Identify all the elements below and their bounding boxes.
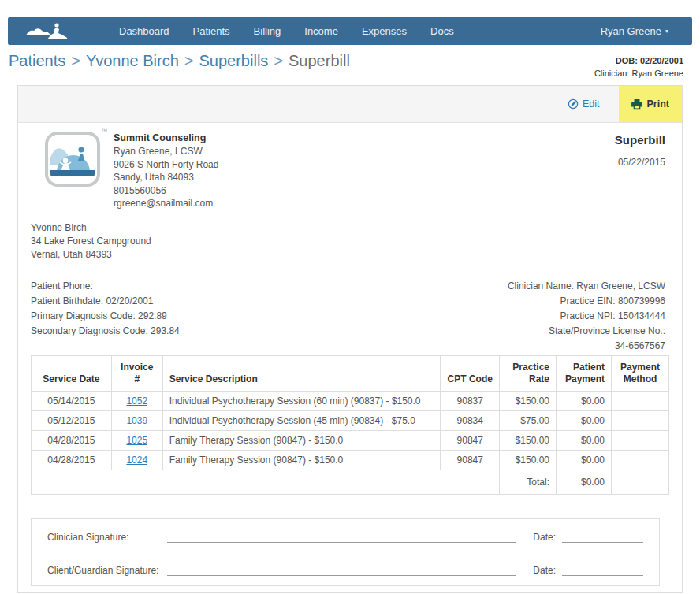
breadcrumb-row: Patients>Yvonne Birch>Superbills>Superbi… xyxy=(9,52,683,80)
breadcrumb-patients[interactable]: Patients xyxy=(9,52,65,69)
top-navbar: Dashboard Patients Billing Income Expens… xyxy=(8,17,692,45)
invoice-link[interactable]: 1025 xyxy=(126,435,147,446)
practice-clinician: Ryan Greene, LCSW xyxy=(114,145,218,158)
client-signature-line xyxy=(167,565,516,576)
client-signature-label: Client/Guardian Signature: xyxy=(47,565,167,576)
patient-summary: DOB: 02/20/2001 Clinician: Ryan Greene xyxy=(594,52,683,80)
col-cpt: CPT Code xyxy=(441,355,500,391)
total-label: Total: xyxy=(500,470,557,494)
col-payment-method: Payment Method xyxy=(612,355,669,391)
service-date: 05/12/2015 xyxy=(32,410,112,430)
client-date-line xyxy=(562,565,643,576)
main-nav: Dashboard Patients Billing Income Expens… xyxy=(107,17,466,45)
invoice-link[interactable]: 1039 xyxy=(126,415,147,426)
patient-address: Yvonne Birch 34 Lake Forest Campground V… xyxy=(31,221,669,262)
practice-rate: $150.00 xyxy=(500,391,557,410)
nav-income[interactable]: Income xyxy=(292,17,350,45)
print-button[interactable]: Print xyxy=(631,98,669,110)
breadcrumb: Patients>Yvonne Birch>Superbills>Superbi… xyxy=(9,52,350,80)
payment-method xyxy=(612,391,669,410)
practice-rate: $150.00 xyxy=(500,430,557,450)
table-header-row: Service Date Invoice # Service Descripti… xyxy=(32,355,669,391)
patient-payment: $0.00 xyxy=(557,410,612,430)
license-label: State/Province License No.: xyxy=(508,324,665,339)
patient-phone: Patient Phone: xyxy=(31,279,180,294)
practice-rate: $150.00 xyxy=(500,450,557,470)
breadcrumb-patient-name[interactable]: Yvonne Birch xyxy=(86,52,179,69)
panel-toolbar: Edit Print xyxy=(18,86,682,123)
document-title: Superbill xyxy=(615,133,665,147)
clinician-signature-label: Clinician Signature: xyxy=(47,532,167,543)
patient-payment: $0.00 xyxy=(557,450,612,470)
table-row: 05/12/2015 1039 Individual Psychotherapy… xyxy=(32,410,669,430)
user-name: Ryan Greene xyxy=(601,25,661,37)
breadcrumb-separator: > xyxy=(71,52,80,69)
clinician-name: Clinician Name: Ryan Greene, LCSW xyxy=(508,279,665,294)
signature-section: Clinician Signature: Date: Client/Guardi… xyxy=(31,518,660,586)
service-description: Family Therapy Session (90847) - $150.0 xyxy=(162,450,441,470)
practice-logo: ™ xyxy=(44,131,101,187)
table-row: 04/28/2015 1024 Family Therapy Session (… xyxy=(32,450,669,470)
superbill-panel: Edit Print xyxy=(17,85,683,593)
date-label: Date: xyxy=(533,565,556,576)
patient-details: Patient Phone: Patient Birthdate: 02/20/… xyxy=(31,279,180,354)
trademark-symbol: ™ xyxy=(101,128,107,135)
edit-button[interactable]: Edit xyxy=(568,86,600,122)
secondary-diagnosis: Secondary Diagnosis Code: 293.84 xyxy=(31,324,180,339)
nav-billing[interactable]: Billing xyxy=(242,17,293,45)
cpt-code: 90847 xyxy=(441,450,500,470)
practice-info: Summit Counseling Ryan Greene, LCSW 9026… xyxy=(114,131,218,210)
user-menu[interactable]: Ryan Greene ▾ xyxy=(601,25,668,37)
breadcrumb-separator: > xyxy=(274,52,283,69)
patient-name: Yvonne Birch xyxy=(31,221,669,235)
table-row: 05/14/2015 1052 Individual Psychotherapy… xyxy=(32,391,669,410)
clinician-signature-line xyxy=(167,532,516,543)
practice-phone: 8015560056 xyxy=(114,184,218,198)
total-value: $0.00 xyxy=(557,470,612,494)
practice-city: Sandy, Utah 84093 xyxy=(114,171,218,184)
service-date: 04/28/2015 xyxy=(32,430,112,450)
invoice-link[interactable]: 1052 xyxy=(126,395,147,407)
nav-patients[interactable]: Patients xyxy=(181,17,242,45)
payment-method xyxy=(612,450,669,470)
clinician-date-line xyxy=(562,532,643,543)
practice-header: ™ Summit Counseling Ryan Greene, LCSW 90… xyxy=(31,131,669,210)
cpt-code: 90847 xyxy=(441,430,500,450)
patient-city: Vernal, Utah 84393 xyxy=(31,248,669,262)
col-service-date: Service Date xyxy=(32,355,112,391)
nav-docs[interactable]: Docs xyxy=(419,17,466,45)
practice-npi: Practice NPI: 150434444 xyxy=(508,309,665,324)
document-date: 05/22/2015 xyxy=(615,157,665,168)
col-practice-rate: Practice Rate xyxy=(500,355,557,391)
print-highlight: Print xyxy=(619,86,682,122)
edit-label: Edit xyxy=(583,98,600,110)
total-row: Total: $0.00 xyxy=(32,470,669,494)
patient-payment: $0.00 xyxy=(557,391,612,410)
superbill-document: ™ Summit Counseling Ryan Greene, LCSW 90… xyxy=(18,123,682,592)
col-invoice: Invoice # xyxy=(111,355,162,391)
practice-street: 9026 S North Forty Road xyxy=(114,158,218,172)
app-logo[interactable] xyxy=(25,22,69,41)
printer-icon xyxy=(631,99,642,110)
document-meta: Superbill 05/22/2015 xyxy=(615,131,665,210)
nav-expenses[interactable]: Expenses xyxy=(350,17,419,45)
table-row: 04/28/2015 1025 Family Therapy Session (… xyxy=(32,430,669,450)
breadcrumb-current: Superbill xyxy=(289,52,350,69)
nav-dashboard[interactable]: Dashboard xyxy=(107,17,181,45)
breadcrumb-separator: > xyxy=(184,52,194,69)
practice-ein: Practice EIN: 800739996 xyxy=(508,294,665,309)
invoice-link[interactable]: 1024 xyxy=(126,455,147,466)
caret-down-icon: ▾ xyxy=(665,28,668,35)
breadcrumb-superbills[interactable]: Superbills xyxy=(199,52,269,69)
client-signature-row: Client/Guardian Signature: Date: xyxy=(47,565,643,576)
clinician-details: Clinician Name: Ryan Greene, LCSW Practi… xyxy=(508,279,669,354)
payment-method xyxy=(612,410,669,430)
service-date: 05/14/2015 xyxy=(32,391,112,410)
cpt-code: 90834 xyxy=(441,410,500,430)
service-description: Family Therapy Session (90847) - $150.0 xyxy=(162,430,441,450)
patient-clinician: Clinician: Ryan Greene xyxy=(594,67,683,80)
practice-name: Summit Counseling xyxy=(114,132,218,145)
patient-street: 34 Lake Forest Campground xyxy=(31,235,669,248)
clinician-signature-row: Clinician Signature: Date: xyxy=(47,532,643,543)
license-number: 34-6567567 xyxy=(508,339,665,354)
